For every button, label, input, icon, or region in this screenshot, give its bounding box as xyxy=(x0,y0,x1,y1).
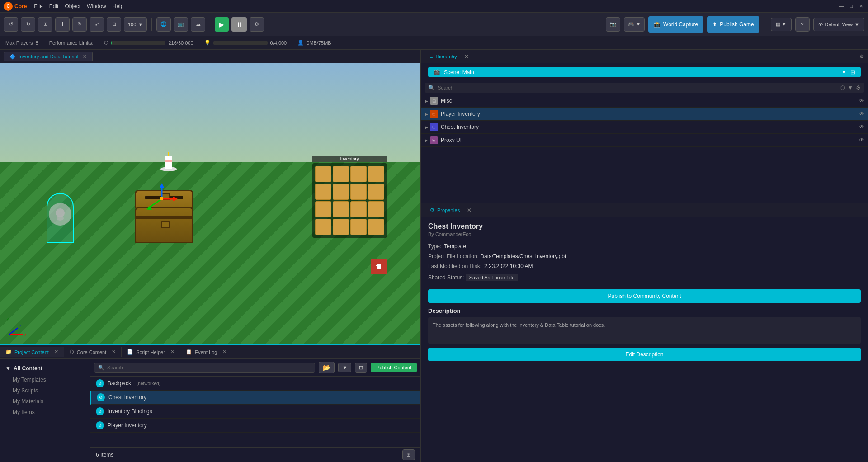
display-btn[interactable]: 📺 xyxy=(174,17,188,32)
lights-stat: 💡 0/4,000 xyxy=(204,40,287,46)
scale-btn[interactable]: ⤢ xyxy=(90,17,104,32)
item-icon: ⚙ xyxy=(97,393,105,401)
viewport-tab[interactable]: 🔷 Inventory and Data Tutorial ✕ xyxy=(4,52,93,61)
hierarchy-close[interactable]: ✕ xyxy=(464,53,469,60)
my-items-item[interactable]: My Items xyxy=(0,407,90,418)
pause-btn[interactable]: ⏸ xyxy=(231,17,247,32)
hier-player-visibility[interactable]: 👁 xyxy=(859,111,864,117)
hierarchy-tab[interactable]: ≡ Hierarchy xyxy=(425,52,462,61)
undo-btn[interactable]: ↺ xyxy=(4,17,18,32)
memory-value: 0MB/75MB xyxy=(307,40,331,46)
filter-btn[interactable]: ▼ xyxy=(338,363,351,372)
hier-settings2-btn[interactable]: ⚙ xyxy=(856,85,861,91)
settings-btn[interactable]: ⚙ xyxy=(250,17,264,32)
core-content-close[interactable]: ✕ xyxy=(112,349,116,355)
minimize-btn[interactable]: — xyxy=(838,3,844,9)
hier-chest-inventory[interactable]: ▶ ⊞ Chest Inventory 👁 xyxy=(421,121,868,134)
hierarchy-search-input[interactable] xyxy=(438,85,838,90)
chevron-down-icon: ▼ xyxy=(5,365,11,372)
svg-text:Y: Y xyxy=(19,324,22,328)
tab-event-log[interactable]: 📋 Event Log ✕ xyxy=(180,347,233,357)
hier-misc[interactable]: ▶ ⊞ Misc 👁 xyxy=(421,94,868,108)
hat-object xyxy=(160,152,178,170)
menu-file[interactable]: File xyxy=(34,3,42,9)
properties-close[interactable]: ✕ xyxy=(467,207,472,213)
properties-tab[interactable]: ⚙ Properties xyxy=(425,205,465,215)
maximize-btn[interactable]: □ xyxy=(848,3,854,9)
menu-help[interactable]: Help xyxy=(113,3,124,9)
hier-cube-btn[interactable]: ⬡ xyxy=(840,85,845,91)
filter-options-btn[interactable]: ⊞ xyxy=(355,363,367,373)
folder-btn[interactable]: 📂 xyxy=(319,362,335,373)
grid-view-btn[interactable]: ⊞ xyxy=(402,449,415,460)
select-tool-btn[interactable]: ⊞ xyxy=(38,17,52,32)
my-templates-item[interactable]: My Templates xyxy=(0,374,90,385)
list-item[interactable]: ⚙ Backpack (networked) xyxy=(90,377,420,391)
menu-object[interactable]: Object xyxy=(65,3,80,9)
svg-rect-4 xyxy=(165,160,172,162)
list-item[interactable]: ⚙ Chest Inventory xyxy=(90,391,420,405)
edit-description-btn[interactable]: Edit Description xyxy=(428,348,861,361)
inv-cell-7 xyxy=(350,184,367,200)
tab-core-content[interactable]: ⬡ Core Content ✕ xyxy=(64,347,122,357)
my-materials-item[interactable]: My Materials xyxy=(0,396,90,407)
mode-btn[interactable]: 🎮 ▼ xyxy=(624,17,645,32)
script-helper-close[interactable]: ✕ xyxy=(170,349,175,355)
hier-proxy-visibility[interactable]: 👁 xyxy=(859,137,864,143)
tab-script-helper[interactable]: 📄 Script Helper ✕ xyxy=(122,347,180,357)
my-scripts-item[interactable]: My Scripts xyxy=(0,385,90,396)
question-btn[interactable]: ? xyxy=(795,17,810,32)
list-item[interactable]: ⚙ Inventory Bindings xyxy=(90,405,420,419)
viewport-tab-close[interactable]: ✕ xyxy=(83,54,87,60)
publish-game-btn[interactable]: ⬆ Publish Game xyxy=(707,16,759,33)
viewport[interactable]: Inventory xyxy=(0,63,420,344)
bottom-content: ▼ All Content My Templates My Scripts My… xyxy=(0,359,420,462)
grid-btn[interactable]: ⊞ xyxy=(107,17,121,32)
terrain-btn[interactable]: ⛰ xyxy=(191,17,205,32)
transform-btn[interactable]: ✛ xyxy=(55,17,70,32)
hier-proxy-name: Proxy UI xyxy=(441,137,859,143)
hierarchy-settings-btn[interactable]: ⚙ xyxy=(859,53,864,60)
hier-chest-visibility[interactable]: 👁 xyxy=(859,124,864,130)
inv-cell-16 xyxy=(368,219,384,235)
player-count-btn[interactable]: 100 ▼ xyxy=(124,17,147,32)
item-name: Chest Inventory xyxy=(108,394,146,401)
inv-cell-4 xyxy=(368,166,384,182)
prop-type-value: Template xyxy=(444,243,466,250)
scene-icon: 🎬 xyxy=(434,69,440,75)
properties-icon: ⚙ xyxy=(430,207,434,213)
menu-edit[interactable]: Edit xyxy=(49,3,59,9)
description-title: Description xyxy=(428,307,861,314)
hier-player-inventory[interactable]: ▶ ⊞ Player Inventory 👁 xyxy=(421,108,868,121)
layout-btn[interactable]: ▤ ▼ xyxy=(771,18,792,31)
list-item[interactable]: ⚙ Player Inventory xyxy=(90,419,420,433)
item-name: Inventory Bindings xyxy=(108,408,152,415)
event-log-close[interactable]: ✕ xyxy=(222,349,226,355)
scene-grid-btn[interactable]: ⊞ xyxy=(850,69,855,75)
rotate-btn[interactable]: ↻ xyxy=(72,17,87,32)
world-capture-btn[interactable]: 📸 World Capture xyxy=(648,16,703,33)
hier-proxy-ui[interactable]: ▶ ⊞ Proxy UI 👁 xyxy=(421,134,868,147)
redo-btn[interactable]: ↻ xyxy=(21,17,35,32)
trash-btn[interactable]: 🗑 xyxy=(371,259,387,274)
core-content-icon: ⬡ xyxy=(70,349,74,355)
tab-project-content[interactable]: 📁 Project Content ✕ xyxy=(0,347,64,357)
content-search-input[interactable] xyxy=(107,365,311,370)
globe-btn[interactable]: 🌐 xyxy=(156,17,171,32)
play-btn[interactable]: ▶ xyxy=(215,17,229,32)
hier-filter-btn[interactable]: ▼ xyxy=(848,85,853,91)
hier-misc-visibility[interactable]: 👁 xyxy=(859,98,864,104)
scene-selector[interactable]: 🎬 Scene: Main ▼ ⊞ xyxy=(428,67,861,77)
hier-misc-icon: ⊞ xyxy=(430,97,438,105)
camera-btn[interactable]: 📷 xyxy=(606,17,620,32)
close-btn[interactable]: ✕ xyxy=(858,3,864,9)
content-list: 🔍 📂 ▼ ⊞ Publish Content ⚙ Backpack xyxy=(90,359,420,462)
menu-window[interactable]: Window xyxy=(87,3,106,9)
default-view-btn[interactable]: 👁 Default View ▼ xyxy=(813,18,864,31)
properties-content: Chest Inventory By CommanderFoo Type: Te… xyxy=(421,217,868,367)
publish-content-btn[interactable]: Publish Content xyxy=(371,363,417,372)
all-content-item[interactable]: ▼ All Content xyxy=(0,363,90,374)
publish-community-btn[interactable]: Publish to Community Content xyxy=(428,289,861,303)
project-content-close[interactable]: ✕ xyxy=(54,349,58,355)
window-controls: — □ ✕ xyxy=(838,3,864,9)
